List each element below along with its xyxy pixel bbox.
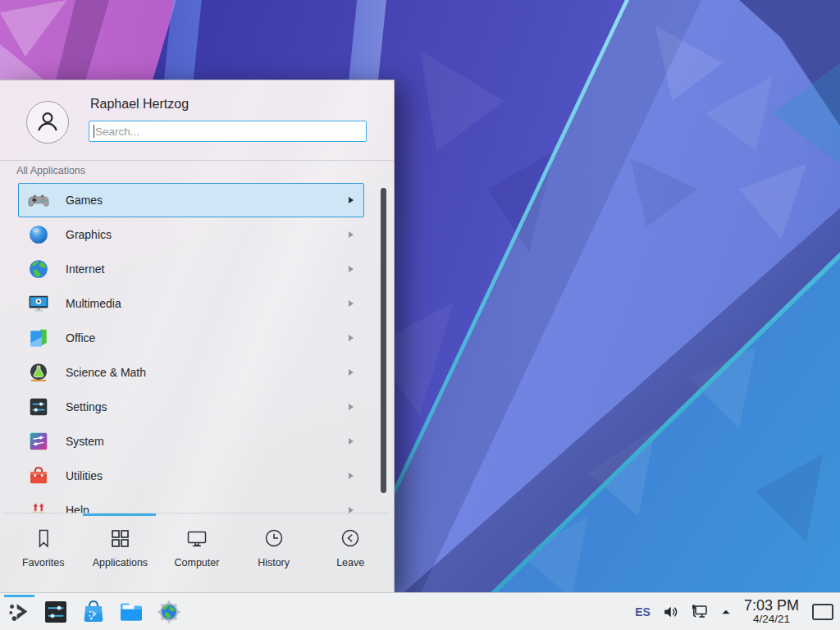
category-settings[interactable]: Settings xyxy=(18,390,364,424)
history-icon xyxy=(262,527,285,550)
category-office[interactable]: Office xyxy=(18,321,364,355)
tab-bar: FavoritesApplicationsComputerHistoryLeav… xyxy=(0,516,394,592)
category-help[interactable]: Help xyxy=(18,493,364,513)
tabbar-separator xyxy=(4,513,390,514)
leave-icon xyxy=(339,527,362,550)
category-label: Games xyxy=(66,194,349,207)
category-label: Internet xyxy=(66,262,349,276)
taskbar-app-system-settings[interactable] xyxy=(43,599,69,625)
submenu-arrow-icon xyxy=(349,197,354,203)
help-icon xyxy=(28,500,49,513)
taskbar-app-web-browser[interactable] xyxy=(156,599,182,625)
category-label: Science & Math xyxy=(66,366,349,379)
tab-label: History xyxy=(258,557,290,568)
submenu-arrow-icon xyxy=(349,335,354,341)
show-desktop-button[interactable] xyxy=(812,604,833,620)
launcher-active-indicator xyxy=(4,595,34,597)
clock-date: 4/24/21 xyxy=(744,614,799,625)
submenu-arrow-icon xyxy=(349,507,354,513)
multimedia-icon xyxy=(28,293,49,314)
category-label: Help xyxy=(66,504,349,513)
category-system[interactable]: System xyxy=(18,424,364,459)
category-graphics[interactable]: Graphics xyxy=(18,217,364,252)
office-icon xyxy=(28,327,49,349)
launcher-header: Raphael Hertzog Search... xyxy=(0,80,394,161)
category-internet[interactable]: Internet xyxy=(18,252,364,286)
taskbar-app-discover[interactable] xyxy=(80,599,107,625)
category-list: GamesGraphicsInternetMultimediaOfficeSci… xyxy=(18,183,364,513)
category-label: Settings xyxy=(66,400,349,413)
tab-leave[interactable]: Leave xyxy=(312,516,389,592)
network-icon[interactable] xyxy=(690,602,710,622)
category-label: Utilities xyxy=(66,469,349,482)
utilities-icon xyxy=(28,465,49,486)
tab-applications[interactable]: Applications xyxy=(82,516,159,592)
computer-icon xyxy=(185,527,208,550)
submenu-arrow-icon xyxy=(349,300,354,307)
category-multimedia[interactable]: Multimedia xyxy=(18,286,364,321)
search-placeholder: Search... xyxy=(95,126,139,138)
category-games[interactable]: Games xyxy=(18,183,364,217)
desktop: Raphael Hertzog Search... All Applicatio… xyxy=(0,0,840,630)
games-icon xyxy=(28,189,49,211)
user-name: Raphael Hertzog xyxy=(90,97,189,112)
submenu-arrow-icon xyxy=(349,472,354,479)
launcher-button[interactable] xyxy=(0,593,38,630)
system-tray: ES 7:03 PM 4/24/21 xyxy=(635,598,840,625)
submenu-arrow-icon xyxy=(349,231,354,238)
category-label: System xyxy=(66,435,349,448)
internet-icon xyxy=(28,258,49,280)
category-science-math[interactable]: Science & Math xyxy=(18,355,364,390)
category-label: Office xyxy=(66,331,349,345)
application-launcher: Raphael Hertzog Search... All Applicatio… xyxy=(0,80,395,592)
expand-tray-icon[interactable] xyxy=(719,605,733,619)
search-input[interactable]: Search... xyxy=(89,121,367,142)
user-icon xyxy=(31,106,64,139)
submenu-arrow-icon xyxy=(349,266,354,272)
clock[interactable]: 7:03 PM 4/24/21 xyxy=(744,598,799,625)
tab-computer[interactable]: Computer xyxy=(158,516,235,592)
science-icon xyxy=(28,362,49,383)
volume-icon[interactable] xyxy=(662,603,680,621)
submenu-arrow-icon xyxy=(349,438,354,445)
tab-label: Applications xyxy=(93,557,148,568)
category-utilities[interactable]: Utilities xyxy=(18,459,364,493)
taskbar-app-file-manager[interactable] xyxy=(118,599,144,625)
tab-label: Computer xyxy=(175,557,220,568)
category-label: Multimedia xyxy=(66,297,349,310)
tab-label: Favorites xyxy=(22,557,64,568)
kde-launcher-icon xyxy=(7,600,31,624)
taskbar: ES 7:03 PM 4/24/21 xyxy=(0,592,840,630)
submenu-arrow-icon xyxy=(349,369,354,376)
scrollbar[interactable] xyxy=(381,188,386,493)
tab-label: Leave xyxy=(336,557,364,568)
settings-icon xyxy=(28,396,49,418)
section-label: All Applications xyxy=(16,165,85,176)
category-label: Graphics xyxy=(66,228,349,241)
tab-history[interactable]: History xyxy=(235,516,313,592)
favorites-icon xyxy=(32,527,55,550)
clock-time: 7:03 PM xyxy=(744,598,799,614)
text-cursor xyxy=(94,125,94,138)
system-icon xyxy=(28,431,49,452)
user-avatar[interactable] xyxy=(26,101,69,144)
applications-icon xyxy=(108,527,131,550)
graphics-icon xyxy=(28,224,49,245)
keyboard-layout-indicator[interactable]: ES xyxy=(635,605,651,619)
submenu-arrow-icon xyxy=(349,404,354,410)
tab-favorites[interactable]: Favorites xyxy=(5,516,82,592)
